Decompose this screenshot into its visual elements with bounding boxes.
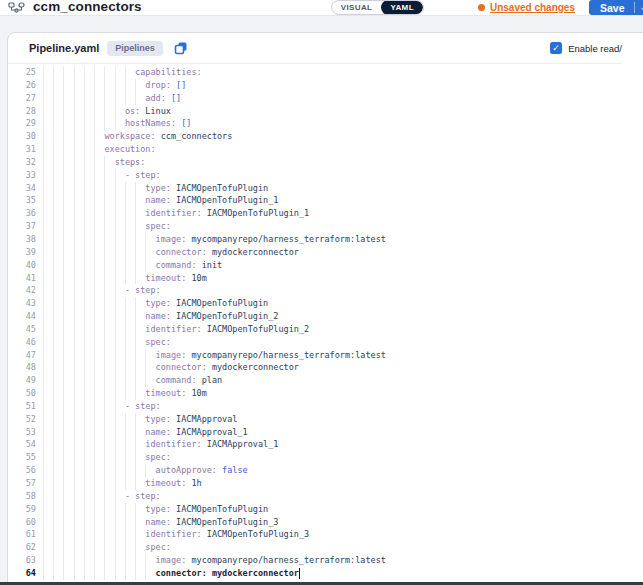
code-token: execution: xyxy=(104,143,155,156)
code-line[interactable]: 30workspace: ccm_connectors xyxy=(8,130,643,143)
code-line[interactable]: 28os: Linux xyxy=(8,105,643,118)
code-line[interactable]: 38image: mycompanyrepo/harness_terraform… xyxy=(8,233,643,246)
file-name: Pipeline.yaml xyxy=(29,42,99,54)
code-line[interactable]: 45identifier: IACMOpenTofuPlugin_2 xyxy=(8,323,643,336)
code-line[interactable]: 27add: [] xyxy=(8,92,643,105)
code-line[interactable]: 58- step: xyxy=(8,490,643,503)
line-number: 42 xyxy=(10,284,36,297)
code-line[interactable]: 52type: IACMApproval xyxy=(8,413,643,426)
indent-guides xyxy=(43,117,125,130)
code-line[interactable]: 43type: IACMOpenTofuPlugin xyxy=(8,297,643,310)
indent-guides xyxy=(43,246,156,259)
code-token: name: xyxy=(145,516,176,529)
code-token: IACMApproval_1 xyxy=(176,426,248,439)
indent-guides xyxy=(43,554,156,567)
code-line[interactable]: 33- step: xyxy=(8,169,643,182)
code-line[interactable]: 64connector: mydockerconnector xyxy=(8,567,643,580)
code-line[interactable]: 63image: mycompanyrepo/harness_terraform… xyxy=(8,554,643,567)
line-number: 59 xyxy=(10,503,36,516)
code-line[interactable]: 29hostNames: [] xyxy=(8,117,643,130)
save-button[interactable]: Save xyxy=(589,2,634,14)
code-line[interactable]: 48connector: mydockerconnector xyxy=(8,361,643,374)
code-line[interactable]: 37spec: xyxy=(8,220,643,233)
indent-guides xyxy=(43,92,145,105)
code-token: [] xyxy=(181,117,191,130)
visual-tab[interactable]: VISUAL xyxy=(332,1,382,14)
line-number: 56 xyxy=(10,464,36,477)
unsaved-changes: Unsaved changes xyxy=(478,2,575,13)
line-number: 37 xyxy=(10,220,36,233)
code-token: IACMOpenTofuPlugin_3 xyxy=(207,528,309,541)
code-line[interactable]: 62spec: xyxy=(8,541,643,554)
code-token: type: xyxy=(145,503,176,516)
readonly-checkbox[interactable]: ✓ xyxy=(550,42,562,54)
code-line[interactable]: 59type: IACMOpenTofuPlugin xyxy=(8,503,643,516)
code-token: name: xyxy=(145,310,176,323)
code-line[interactable]: 51- step: xyxy=(8,400,643,413)
code-area[interactable]: 25capabilities:26drop: []27add: []28os: … xyxy=(8,64,643,580)
line-number: 30 xyxy=(10,130,36,143)
code-token: mydockerconnector xyxy=(212,246,299,259)
code-line[interactable]: 54identifier: IACMApproval_1 xyxy=(8,438,643,451)
code-line[interactable]: 39connector: mydockerconnector xyxy=(8,246,643,259)
line-number: 51 xyxy=(10,400,36,413)
line-number: 45 xyxy=(10,323,36,336)
code-token: name: xyxy=(145,194,176,207)
code-token: - step: xyxy=(125,169,161,182)
code-token: type: xyxy=(145,297,176,310)
code-line[interactable]: 60name: IACMOpenTofuPlugin_3 xyxy=(8,516,643,529)
indent-guides xyxy=(43,182,145,195)
code-token: drop: xyxy=(145,79,176,92)
indent-guides xyxy=(43,233,156,246)
code-token: mycompanyrepo/harness_terraform:latest xyxy=(191,554,385,567)
code-line[interactable]: 49command: plan xyxy=(8,374,643,387)
code-line[interactable]: 61identifier: IACMOpenTofuPlugin_3 xyxy=(8,528,643,541)
code-token: type: xyxy=(145,182,176,195)
copy-icon[interactable] xyxy=(174,41,188,55)
code-token: IACMApproval_1 xyxy=(207,438,279,451)
indent-guides xyxy=(43,387,145,400)
code-line[interactable]: 47image: mycompanyrepo/harness_terraform… xyxy=(8,349,643,362)
page-title: ccm_connectors xyxy=(33,0,142,14)
code-line[interactable]: 57timeout: 1h xyxy=(8,477,643,490)
indent-guides xyxy=(43,438,145,451)
code-line[interactable]: 53name: IACMApproval_1 xyxy=(8,426,643,439)
line-number: 48 xyxy=(10,361,36,374)
code-line[interactable]: 34type: IACMOpenTofuPlugin xyxy=(8,182,643,195)
code-line[interactable]: 41timeout: 10m xyxy=(8,272,643,285)
pipelines-badge: Pipelines xyxy=(107,41,163,56)
line-number: 46 xyxy=(10,336,36,349)
line-number: 40 xyxy=(10,259,36,272)
code-line[interactable]: 42- step: xyxy=(8,284,643,297)
code-line[interactable]: 50timeout: 10m xyxy=(8,387,643,400)
code-token: type: xyxy=(145,413,176,426)
code-token: timeout: xyxy=(145,387,191,400)
code-line[interactable]: 25capabilities: xyxy=(8,66,643,79)
code-line[interactable]: 31execution: xyxy=(8,143,643,156)
code-line[interactable]: 32steps: xyxy=(8,156,643,169)
line-number: 28 xyxy=(10,105,36,118)
code-token: IACMApproval xyxy=(176,413,237,426)
code-line[interactable]: 56autoApprove: false xyxy=(8,464,643,477)
line-number: 54 xyxy=(10,438,36,451)
line-number: 27 xyxy=(10,92,36,105)
code-line[interactable]: 36identifier: IACMOpenTofuPlugin_1 xyxy=(8,207,643,220)
code-line[interactable]: 44name: IACMOpenTofuPlugin_2 xyxy=(8,310,643,323)
code-line[interactable]: 46spec: xyxy=(8,336,643,349)
save-split-button: Save ⌄ xyxy=(589,0,643,15)
line-number: 33 xyxy=(10,169,36,182)
indent-guides xyxy=(43,310,145,323)
line-number: 52 xyxy=(10,413,36,426)
code-token: spec: xyxy=(145,451,171,464)
code-line[interactable]: 35name: IACMOpenTofuPlugin_1 xyxy=(8,194,643,207)
indent-guides xyxy=(43,336,145,349)
code-token: add: xyxy=(145,92,171,105)
code-line[interactable]: 55spec: xyxy=(8,451,643,464)
indent-guides xyxy=(43,516,145,529)
save-dropdown-button[interactable]: ⌄ xyxy=(635,1,643,14)
indent-guides xyxy=(43,169,125,182)
code-line[interactable]: 26drop: [] xyxy=(8,79,643,92)
yaml-tab[interactable]: YAML xyxy=(381,0,423,15)
code-line[interactable]: 40command: init xyxy=(8,259,643,272)
unsaved-changes-link[interactable]: Unsaved changes xyxy=(490,2,575,13)
